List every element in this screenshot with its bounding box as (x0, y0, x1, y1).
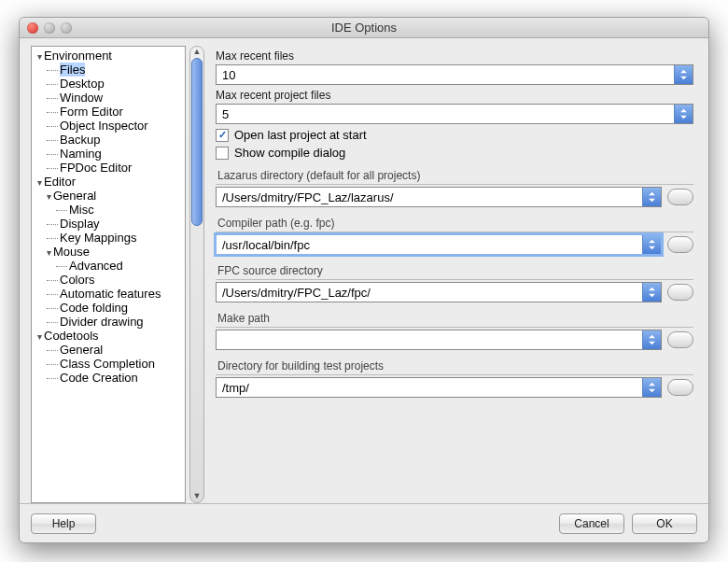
tree-item-label: Desktop (60, 77, 105, 91)
tree-item-divider-drawing[interactable]: Divider drawing (32, 315, 185, 329)
tree-item-fpdoc-editor[interactable]: FPDoc Editor (32, 161, 185, 175)
show-compile-checkbox-row[interactable]: Show compile dialog (216, 146, 693, 160)
window-title: IDE Options (20, 21, 708, 35)
test-dir-combo[interactable]: /tmp/ (216, 377, 662, 398)
dropdown-icon[interactable] (642, 188, 661, 206)
button-bar: Help Cancel OK (20, 503, 708, 542)
dropdown-icon[interactable] (642, 283, 661, 302)
dropdown-icon[interactable] (642, 235, 661, 254)
separator (216, 374, 693, 375)
dropdown-icon[interactable] (642, 378, 661, 397)
make-path-combo[interactable] (216, 330, 662, 350)
dialog-window: IDE Options EnvironmentFilesDesktopWindo… (19, 17, 709, 543)
open-last-checkbox[interactable]: ✓ (216, 129, 229, 142)
test-dir-value: /tmp/ (222, 381, 642, 395)
tree-item-codetools[interactable]: Codetools (32, 329, 185, 343)
tree-item-label: Class Completion (60, 357, 155, 371)
tree-item-label: Code Creation (60, 371, 138, 385)
compiler-path-label: Compiler path (e.g. fpc) (217, 217, 693, 230)
tree-item-label: Code folding (60, 301, 128, 315)
tree-item-code-folding[interactable]: Code folding (32, 301, 185, 315)
tree-item-label: Mouse (53, 245, 90, 259)
fpc-src-combo[interactable]: /Users/dmitry/FPC_Laz/fpc/ (216, 282, 662, 302)
fpc-src-value: /Users/dmitry/FPC_Laz/fpc/ (222, 286, 642, 300)
tree-item-misc[interactable]: Misc (32, 203, 185, 217)
tree-item-code-creation[interactable]: Code Creation (32, 371, 185, 385)
tree-item-naming[interactable]: Naming (32, 147, 185, 161)
scroll-up-icon[interactable]: ▲ (190, 47, 203, 58)
open-last-label: Open last project at start (234, 128, 367, 142)
scroll-down-icon[interactable]: ▼ (190, 491, 203, 502)
dropdown-icon[interactable] (674, 105, 693, 123)
tree-item-label: Misc (69, 203, 94, 217)
max-recent-projects-combo[interactable]: 5 (216, 104, 693, 124)
tree-item-display[interactable]: Display (32, 217, 185, 231)
tree-item-advanced[interactable]: Advanced (32, 259, 185, 273)
tree-item-general[interactable]: General (32, 343, 185, 357)
fpc-src-label: FPC source directory (217, 264, 693, 277)
compiler-path-browse-button[interactable] (667, 236, 693, 253)
make-path-browse-button[interactable] (667, 331, 693, 348)
lazarus-dir-label: Lazarus directory (default for all proje… (217, 169, 693, 182)
tree-item-label: Automatic features (60, 287, 161, 301)
separator (216, 184, 693, 185)
options-tree[interactable]: EnvironmentFilesDesktopWindowForm Editor… (31, 46, 186, 503)
tree-item-label: General (53, 189, 96, 203)
ok-button[interactable]: OK (632, 513, 697, 534)
tree-item-label: Editor (44, 175, 76, 189)
tree-item-automatic-features[interactable]: Automatic features (32, 287, 185, 301)
dropdown-icon[interactable] (674, 65, 693, 84)
max-recent-projects-value: 5 (222, 107, 674, 121)
tree-item-label: Codetools (44, 329, 99, 343)
make-path-label: Make path (217, 312, 693, 325)
scroll-thumb[interactable] (191, 58, 203, 226)
show-compile-checkbox[interactable] (216, 147, 229, 160)
tree-scrollbar[interactable]: ▲ ▼ (189, 46, 204, 503)
tree-item-label: Form Editor (60, 105, 123, 119)
tree-item-backup[interactable]: Backup (32, 133, 185, 147)
dropdown-icon[interactable] (642, 330, 661, 349)
max-recent-files-label: Max recent files (216, 49, 697, 63)
cancel-button[interactable]: Cancel (559, 513, 624, 534)
tree-item-label: Files (60, 63, 85, 77)
tree-item-general[interactable]: General (32, 189, 185, 203)
titlebar[interactable]: IDE Options (20, 18, 708, 38)
form-panel: Max recent files 10 Max recent project f… (212, 46, 697, 503)
tree-item-label: Display (60, 217, 100, 231)
tree-item-label: FPDoc Editor (60, 161, 132, 175)
tree-item-label: Advanced (69, 259, 123, 273)
tree-item-mouse[interactable]: Mouse (32, 245, 185, 259)
lazarus-dir-combo[interactable]: /Users/dmitry/FPC_Laz/lazarus/ (216, 187, 662, 207)
tree-item-label: Window (60, 91, 103, 105)
tree-item-files[interactable]: Files (32, 63, 185, 77)
tree-item-label: Backup (60, 133, 100, 147)
open-last-checkbox-row[interactable]: ✓ Open last project at start (216, 128, 693, 142)
tree-item-label: Naming (60, 147, 102, 161)
max-recent-files-combo[interactable]: 10 (216, 64, 693, 85)
max-recent-projects-label: Max recent project files (216, 89, 697, 102)
tree-item-label: Environment (44, 49, 112, 63)
tree-item-environment[interactable]: Environment (32, 49, 185, 63)
compiler-path-combo[interactable]: /usr/local/bin/fpc (216, 234, 662, 255)
tree-panel: EnvironmentFilesDesktopWindowForm Editor… (31, 46, 204, 503)
tree-item-label: General (60, 343, 103, 357)
separator (216, 232, 693, 232)
tree-item-desktop[interactable]: Desktop (32, 77, 185, 91)
show-compile-label: Show compile dialog (234, 146, 345, 160)
tree-item-class-completion[interactable]: Class Completion (32, 357, 185, 371)
test-dir-label: Directory for building test projects (217, 359, 693, 372)
tree-item-label: Object Inspector (60, 119, 148, 133)
tree-item-label: Colors (60, 273, 95, 287)
tree-item-colors[interactable]: Colors (32, 273, 185, 287)
tree-item-object-inspector[interactable]: Object Inspector (32, 119, 185, 133)
dialog-body: EnvironmentFilesDesktopWindowForm Editor… (20, 38, 708, 503)
help-button[interactable]: Help (31, 513, 96, 534)
tree-item-form-editor[interactable]: Form Editor (32, 105, 185, 119)
test-dir-browse-button[interactable] (667, 379, 693, 396)
tree-item-key-mappings[interactable]: Key Mappings (32, 231, 185, 245)
tree-item-editor[interactable]: Editor (32, 175, 185, 189)
fpc-src-browse-button[interactable] (667, 284, 693, 301)
max-recent-files-value: 10 (222, 68, 674, 82)
lazarus-dir-browse-button[interactable] (667, 189, 693, 205)
tree-item-window[interactable]: Window (32, 91, 185, 105)
